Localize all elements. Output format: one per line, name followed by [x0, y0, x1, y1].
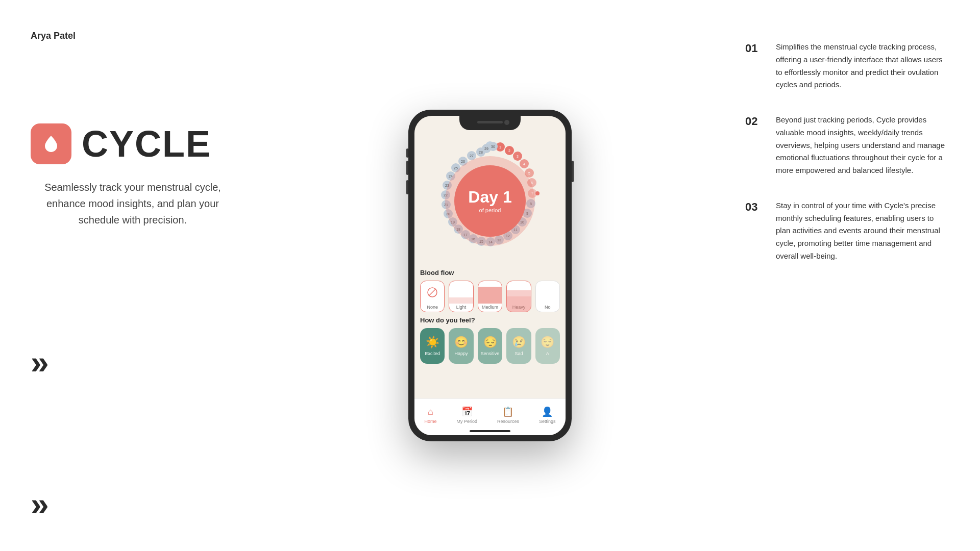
happy-icon: 😊 [454, 336, 468, 349]
svg-text:9: 9 [526, 212, 528, 215]
phone-frame: 31 1 2 3 4 [408, 110, 572, 441]
left-section: Arya Patel CYCLE Seamlessly track your m… [31, 31, 276, 228]
blood-flow-title: Blood flow [420, 269, 560, 277]
svg-text:7: 7 [531, 192, 533, 195]
feature-1-number: 01 [745, 41, 764, 91]
feel-section: How do you feel? ☀️ Excited 😊 Happy 😔 [416, 316, 564, 364]
flow-options: None Light Medium [420, 281, 560, 312]
feel-card-a[interactable]: 😌 A [535, 328, 560, 364]
svg-text:10: 10 [520, 220, 524, 224]
flow-card-none[interactable]: None [420, 281, 445, 312]
cycle-center: Day 1 of period [454, 165, 526, 237]
svg-text:19: 19 [451, 220, 455, 224]
nav-my-period[interactable]: 📅 My Period [456, 406, 477, 424]
day-number: Day 1 [468, 189, 511, 205]
author-name: Arya Patel [31, 31, 276, 41]
cycle-wheel: 31 1 2 3 4 [426, 137, 554, 265]
svg-text:1: 1 [499, 145, 501, 149]
flow-light-fill [449, 297, 473, 304]
happy-label: Happy [455, 351, 468, 356]
svg-text:4: 4 [523, 162, 525, 166]
quote-marks: » [31, 488, 49, 520]
flow-card-light[interactable]: Light [449, 281, 473, 312]
home-icon: ⌂ [428, 407, 433, 417]
svg-text:16: 16 [471, 237, 475, 241]
svg-text:27: 27 [470, 154, 474, 158]
flow-card-heavy[interactable]: Heavy [506, 281, 531, 312]
flow-none-icon [421, 281, 444, 304]
feel-card-sensitive[interactable]: 😔 Sensitive [478, 328, 502, 364]
nav-resources[interactable]: 📋 Resources [497, 406, 519, 424]
nav-period-label: My Period [456, 419, 477, 424]
feature-1-text: Simplifies the menstrual cycle tracking … [776, 41, 949, 91]
svg-text:24: 24 [449, 174, 453, 178]
flow-medium-fill [478, 287, 502, 304]
svg-text:12: 12 [506, 234, 510, 238]
settings-icon: 👤 [542, 406, 553, 417]
bottom-nav: ⌂ Home 📅 My Period 📋 Resources 👤 Setting… [414, 398, 566, 435]
speaker [477, 121, 503, 123]
svg-text:25: 25 [454, 166, 458, 170]
phone-content: 31 1 2 3 4 [414, 116, 566, 435]
feel-options: ☀️ Excited 😊 Happy 😔 Sensitive 😢 [420, 328, 560, 364]
svg-text:30: 30 [491, 145, 495, 148]
feature-3-text: Stay in control of your time with Cycle'… [776, 199, 949, 263]
sensitive-label: Sensitive [481, 351, 500, 356]
volume-down-button [406, 180, 408, 194]
svg-text:22: 22 [444, 193, 448, 197]
svg-text:29: 29 [484, 147, 488, 151]
flow-card-medium[interactable]: Medium [478, 281, 502, 312]
svg-text:3: 3 [517, 155, 519, 158]
right-section: 01 Simplifies the menstrual cycle tracki… [745, 41, 949, 285]
excited-icon: ☀️ [426, 336, 439, 349]
svg-text:2: 2 [508, 149, 510, 153]
day-label: of period [479, 207, 501, 213]
svg-text:28: 28 [479, 151, 483, 154]
home-indicator [470, 430, 510, 432]
feel-title: How do you feel? [420, 316, 560, 324]
feel-card-happy[interactable]: 😊 Happy [449, 328, 473, 364]
svg-text:6: 6 [531, 181, 533, 185]
mute-button [406, 148, 408, 158]
flow-card-no[interactable]: No [535, 281, 560, 312]
feature-item-2: 02 Beyond just tracking periods, Cycle p… [745, 114, 949, 177]
a-label: A [546, 351, 549, 356]
svg-text:5: 5 [528, 171, 530, 175]
svg-text:15: 15 [479, 240, 483, 243]
power-button [572, 161, 574, 182]
logo-icon [31, 123, 71, 164]
logo-row: CYCLE [31, 123, 276, 165]
svg-text:21: 21 [444, 203, 448, 207]
svg-text:8: 8 [530, 202, 532, 206]
svg-text:26: 26 [461, 160, 465, 163]
nav-resources-label: Resources [497, 419, 519, 424]
svg-line-64 [429, 289, 435, 295]
feel-card-excited[interactable]: ☀️ Excited [420, 328, 445, 364]
sad-icon: 😢 [512, 336, 526, 349]
logo-text: CYCLE [82, 123, 211, 165]
flow-heavy-fill2 [507, 296, 530, 312]
excited-label: Excited [425, 351, 440, 356]
feature-3-number: 03 [745, 199, 764, 263]
phone-notch [459, 116, 521, 130]
phone-container: 31 1 2 3 4 [408, 110, 572, 441]
a-icon: 😌 [541, 336, 554, 349]
volume-up-button [406, 161, 408, 175]
nav-home-label: Home [424, 419, 436, 424]
resources-icon: 📋 [502, 406, 513, 417]
flow-light-label: Light [456, 305, 467, 310]
feel-card-sad[interactable]: 😢 Sad [506, 328, 531, 364]
quote-marks: » [31, 343, 49, 381]
sad-label: Sad [514, 351, 523, 356]
nav-home[interactable]: ⌂ Home [424, 407, 436, 424]
svg-text:17: 17 [463, 233, 468, 237]
nav-settings[interactable]: 👤 Settings [539, 406, 556, 424]
flow-medium-label: Medium [482, 305, 498, 310]
feature-2-text: Beyond just tracking periods, Cycle prov… [776, 114, 949, 177]
tagline: Seamlessly track your menstrual cycle, e… [31, 179, 235, 228]
phone-camera [504, 120, 509, 125]
nav-settings-label: Settings [539, 419, 556, 424]
svg-text:18: 18 [456, 228, 460, 231]
svg-point-16 [535, 191, 540, 195]
feature-item-1: 01 Simplifies the menstrual cycle tracki… [745, 41, 949, 91]
